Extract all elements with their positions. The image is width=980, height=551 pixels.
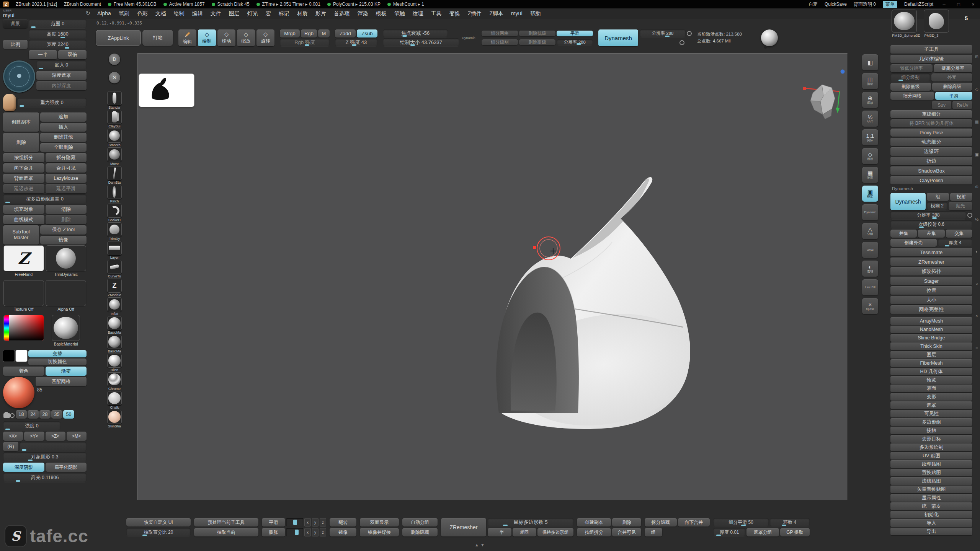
far-strip-icon[interactable]: ⊕ [975, 184, 978, 189]
dynamic-drawsize-toggle[interactable]: Dynamic [461, 36, 476, 40]
brush-item[interactable]: ClayBui [103, 110, 126, 129]
menu-item[interactable]: 工具 [427, 10, 446, 17]
subpalette-header[interactable]: 表面 [890, 385, 972, 392]
right-shelf-button[interactable]: △ 分组 [862, 223, 878, 239]
size-header[interactable]: 大小 [890, 296, 972, 304]
menu-item[interactable]: 材质 [293, 10, 312, 17]
tool-thumb-previous[interactable] [924, 10, 949, 32]
reconstruct-subdiv-button[interactable]: 重建细分 [890, 110, 972, 118]
window-maximize-button[interactable]: □ [955, 2, 962, 7]
dynamesh-button[interactable]: Dynamesh [890, 193, 926, 210]
subtool-section-header[interactable]: 子工具 [890, 45, 972, 54]
projection-button[interactable]: 打箱 [142, 30, 173, 46]
axis-y-toggle-2[interactable]: y [312, 528, 318, 536]
axis-x-toggle[interactable]: x [304, 518, 311, 527]
menu-item[interactable]: 标记 [275, 10, 293, 17]
axis-z-toggle[interactable]: z [320, 518, 326, 527]
backface-mask-button[interactable]: 背面遮罩 [3, 174, 44, 183]
focal-length-button[interactable]: 35 [51, 410, 62, 419]
right-shelf-button[interactable]: × Xpose [862, 298, 878, 314]
subpalette-header[interactable]: NanoMesh [890, 326, 972, 333]
far-strip-icon[interactable]: ◐ [975, 249, 978, 254]
current-stroke-thumb[interactable]: Z [4, 246, 44, 271]
axis-y-toggle[interactable]: y [312, 518, 318, 527]
menu-item[interactable]: 渲染 [354, 10, 372, 17]
menu-item[interactable]: 首选项 [330, 10, 354, 17]
dynamesh-project-toggle[interactable]: 投射 [950, 193, 972, 201]
duplicate-button[interactable]: 创建副本 [3, 112, 39, 132]
canvas-rotation-sphere[interactable] [761, 29, 778, 46]
smooth-toggle[interactable]: 平滑 [557, 31, 593, 36]
z-intensity-slider[interactable]: Z 强度 43 [335, 39, 377, 46]
menu-item[interactable]: 模板 [372, 10, 390, 17]
shelf-radio-icon[interactable] [679, 40, 684, 45]
dynamesh-polish-toggle[interactable]: 抛光 [949, 202, 972, 210]
lower-res-button[interactable]: 较低分辨率 [890, 64, 933, 72]
match-mesh-button[interactable]: 匹配网格 [36, 377, 87, 386]
subpalette-header[interactable]: 变形目标 [890, 435, 972, 443]
depth-shadow-toggle[interactable]: 深度阴影 [3, 463, 44, 472]
decimate-current-button[interactable]: 抽取当前 [194, 528, 258, 536]
range-slider[interactable]: 范围 0 [29, 19, 87, 28]
gravity-direction-icon[interactable] [3, 94, 16, 111]
main-color-swatch[interactable] [3, 350, 15, 362]
saturation-value-field[interactable] [9, 315, 44, 341]
subpalette-header[interactable]: 可见性 [890, 410, 972, 417]
brush-item[interactable]: Standar [103, 91, 126, 110]
claypolish-header[interactable]: ClayPolish [890, 176, 972, 184]
m-button[interactable]: M [318, 29, 330, 37]
subpalette-header[interactable]: 多边形组 [890, 418, 972, 426]
right-shelf-button[interactable]: ◧ [862, 54, 878, 70]
document-canvas[interactable] [137, 53, 848, 500]
deform-inflate-button[interactable]: 膨胀 [262, 528, 285, 536]
target-polycount-slider[interactable]: 目标多边形数 5 [488, 518, 573, 527]
axis-x-toggle-2[interactable]: x [304, 528, 311, 536]
far-strip-icon[interactable]: ◇ [975, 87, 978, 92]
axis-button[interactable]: >X< [3, 432, 23, 441]
delete-button[interactable]: 删除 [612, 518, 641, 527]
transform-mode-button[interactable]: ◇移动 [217, 29, 235, 46]
subpalette-header[interactable]: 纹理贴图 [890, 460, 972, 468]
sdiv-level-slider[interactable]: 细分级别 [890, 73, 930, 82]
subpalette-header[interactable]: 变形 [890, 393, 972, 401]
shaded-toggle[interactable]: 着色 [3, 367, 44, 376]
dynamesh-blur-slider[interactable]: 模糊 2 [927, 202, 947, 210]
suv-toggle[interactable]: Suv [932, 101, 952, 109]
switch-color-button[interactable]: 切换颜色 [28, 359, 87, 366]
subpalette-header[interactable]: 初始化 [890, 511, 972, 518]
resolution-radio-icon[interactable] [687, 31, 692, 36]
gradient-toggle[interactable]: 渐变 [46, 367, 87, 376]
subpalette-header[interactable]: 导入 [890, 519, 972, 527]
brush-item[interactable]: BasicMa [103, 316, 126, 335]
subpalette-header[interactable]: 矢量置换贴图 [890, 486, 972, 493]
resolution-slider-1[interactable]: 分辨率 288 [557, 39, 593, 45]
pro-toggle[interactable]: 比例 [3, 40, 28, 49]
window-close-button[interactable]: × [969, 2, 977, 7]
brush-item[interactable]: Pinch [103, 185, 126, 204]
divide-button[interactable]: 细分网格 [890, 92, 934, 100]
delete-hidden-button[interactable]: 删除隐藏 [402, 528, 438, 536]
stroke-focal-widget[interactable] [3, 60, 35, 93]
quickpick-icon[interactable]: D [109, 54, 120, 65]
menu-item[interactable]: Alpha [93, 10, 115, 17]
tessimate-header[interactable]: Tessimate [890, 248, 972, 256]
delete-button[interactable]: 删除 [3, 133, 39, 152]
brush-item[interactable]: Z ZModele [103, 279, 126, 297]
edit-button[interactable]: 编辑 [178, 29, 196, 46]
focal-shift-slider[interactable]: 焦点衰减 -56 [383, 29, 448, 37]
brush-item[interactable]: BasicMa [103, 335, 126, 354]
dynamesh-resolution-slider[interactable]: 分辨率 288 [890, 211, 966, 219]
transform-mode-button[interactable]: ◇绘制 [198, 29, 216, 46]
doc-height-slider[interactable]: 高度 1680 [29, 29, 87, 39]
half-button[interactable]: 一半 [29, 50, 57, 59]
shell-thickness-slider[interactable]: 厚度 4 [938, 239, 972, 247]
hue-strip[interactable] [4, 315, 9, 341]
mirror-button[interactable]: 镜像 [330, 528, 356, 536]
far-strip-icon[interactable]: ½ [975, 217, 978, 222]
right-shelf-button[interactable]: ◫ 滚动 [862, 73, 878, 89]
subpalette-header[interactable]: 图层 [890, 351, 972, 359]
mirror-button[interactable]: 镜像 [40, 236, 87, 245]
brush-item[interactable]: Smooth [103, 129, 126, 147]
menu-item[interactable]: Z脚本 [485, 10, 507, 17]
menu-item[interactable]: 帮助 [526, 10, 545, 17]
